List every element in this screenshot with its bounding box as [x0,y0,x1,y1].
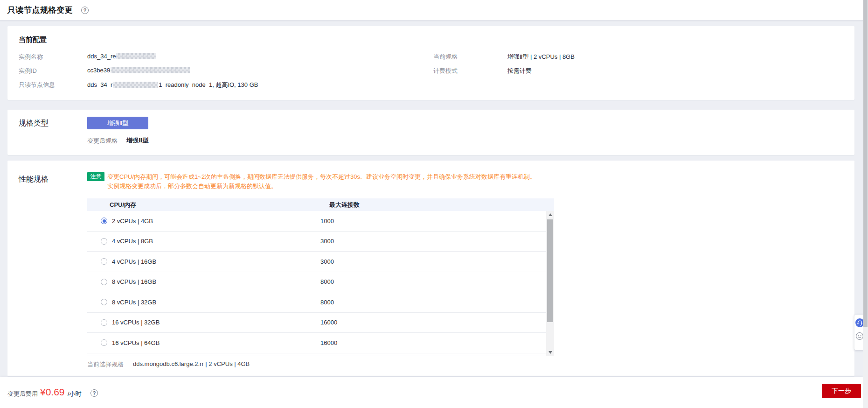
spec-cell: 2 vCPUs | 4GB [112,218,153,225]
max-connections-cell: 1000 [320,218,334,225]
spec-table: CPU/内存 最大连接数 2 vCPUs | 4GB 1000 4 vCPUs … [87,198,554,356]
column-header-cpu-memory: CPU/内存 [110,201,329,209]
screen: 只读节点规格变更 ? 当前配置 实例名称 dds_34_re 实例ID cc3b… [0,0,868,408]
billing-mode-value: 按需计费 [507,67,532,75]
current-selection-value: dds.mongodb.c6.large.2.rr | 2 vCPUs | 4G… [133,360,250,367]
max-connections-cell: 3000 [320,258,334,265]
notice-text: 变更CPU/内存期间，可能会造成1~2次的主备倒换，期间数据库无法提供服务，每次… [107,172,742,191]
column-header-max-connections: 最大连接数 [329,201,360,209]
next-step-button[interactable]: 下一步 [822,384,861,398]
spec-cell: 8 vCPUs | 16GB [112,278,156,285]
spec-type-button[interactable]: 增强Ⅱ型 [87,117,148,129]
spec-cell: 4 vCPUs | 8GB [112,238,153,245]
max-connections-cell: 16000 [320,319,337,326]
censored-mosaic [111,67,190,73]
spec-radio[interactable] [101,258,107,265]
spec-radio[interactable] [101,299,107,305]
scroll-down-icon[interactable] [546,349,554,356]
current-spec-label: 当前规格 [433,53,458,61]
table-scrollbar-thumb[interactable] [547,219,553,322]
max-connections-cell: 3000 [320,238,334,245]
censored-mosaic [116,53,156,59]
table-row[interactable]: 16 vCPUs | 64GB 16000 [87,333,546,353]
spec-radio[interactable] [101,339,107,346]
censored-mosaic [113,82,158,88]
spec-radio[interactable] [101,238,107,245]
performance-heading: 性能规格 [19,175,49,184]
spec-radio[interactable] [101,319,107,326]
fee-amount: ¥0.69 [40,387,65,398]
spec-cell: 16 vCPUs | 32GB [112,319,160,326]
page-header: 只读节点规格变更 ? [0,0,863,21]
table-row[interactable]: 4 vCPUs | 16GB 3000 [87,252,546,272]
current-selection-label: 当前选择规格 [87,360,124,369]
spec-type-card: 规格类型 增强Ⅱ型 变更后规格 增强Ⅱ型 [7,110,854,155]
spec-table-header: CPU/内存 最大连接数 [87,198,554,211]
table-row[interactable]: 2 vCPUs | 4GB 1000 [87,211,546,232]
notice-line-1: 变更CPU/内存期间，可能会造成1~2次的主备倒换，期间数据库无法提供服务，每次… [107,172,742,182]
current-config-heading: 当前配置 [19,35,47,44]
page-scrollbar[interactable] [863,0,868,408]
instance-name-value: dds_34_re [87,53,156,60]
performance-card: 性能规格 注意 变更CPU/内存期间，可能会造成1~2次的主备倒换，期间数据库无… [7,161,854,376]
spec-type-heading: 规格类型 [19,119,49,128]
fee-help-icon[interactable]: ? [90,389,98,397]
page-scrollbar-thumb[interactable] [863,0,868,327]
instance-id-label: 实例ID [19,67,37,75]
node-info-label: 只读节点信息 [19,81,55,89]
instance-id-value: cc3be39 [87,67,190,74]
notice-line-2: 实例规格变更成功后，部分参数会自动更新为新规格的默认值。 [107,182,742,191]
after-change-label: 变更后规格 [87,137,118,145]
spec-radio[interactable] [101,279,107,285]
spec-table-body: 2 vCPUs | 4GB 1000 4 vCPUs | 8GB 3000 4 … [87,211,546,353]
billing-mode-label: 计费模式 [433,67,458,75]
title-help-icon[interactable]: ? [81,7,89,14]
current-spec-value: 增强Ⅱ型 | 2 vCPUs | 8GB [507,53,575,61]
current-config-card: 当前配置 实例名称 dds_34_re 实例ID cc3be39 只读节点信息 … [7,26,854,100]
page-title: 只读节点规格变更 [7,5,73,15]
table-row[interactable]: 4 vCPUs | 8GB 3000 [87,232,546,252]
instance-name-label: 实例名称 [19,53,43,61]
fee-label: 变更后费用 [7,390,38,398]
spec-cell: 16 vCPUs | 64GB [112,339,160,346]
max-connections-cell: 8000 [320,299,334,306]
table-row[interactable]: 16 vCPUs | 32GB 16000 [87,313,546,333]
spec-radio[interactable] [101,218,107,224]
spec-cell: 8 vCPUs | 32GB [112,299,156,306]
spec-cell: 4 vCPUs | 16GB [112,258,156,265]
table-row[interactable]: 8 vCPUs | 16GB 8000 [87,272,546,293]
max-connections-cell: 16000 [320,339,337,346]
max-connections-cell: 8000 [320,278,334,285]
after-change-value: 增强Ⅱ型 [126,136,149,145]
fee-unit: /小时 [68,390,82,398]
table-scrollbar[interactable] [546,211,554,356]
notice-badge: 注意 [87,172,104,181]
node-info-value: dds_34_r1_readonly_node_1, 超高IO, 130 GB [87,81,258,89]
footer-bar: 变更后费用 ¥0.69 /小时 ? 下一步 [0,377,863,408]
scroll-up-icon[interactable] [546,211,554,218]
table-row[interactable]: 8 vCPUs | 32GB 8000 [87,292,546,313]
